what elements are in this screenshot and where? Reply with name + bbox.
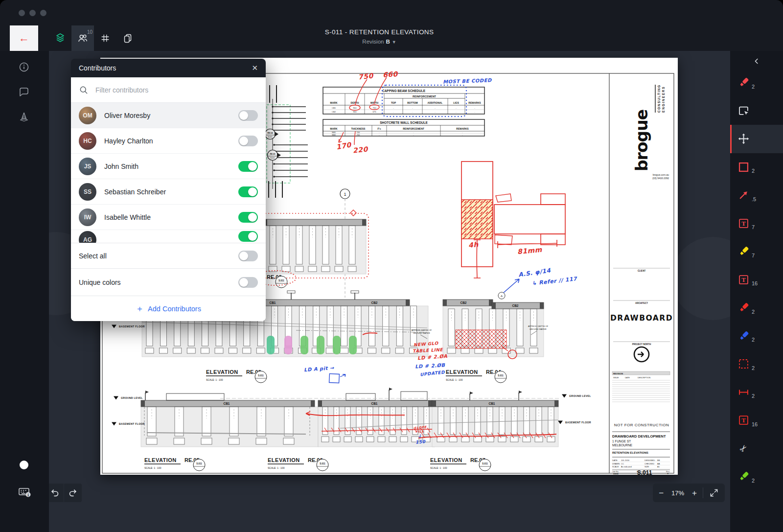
svg-text:As indicated: As indicated <box>621 465 632 468</box>
tool-arrow-red[interactable]: .5 <box>730 181 783 209</box>
svg-text:DEPTH: DEPTH <box>351 101 359 104</box>
svg-text:REMARKS: REMARKS <box>468 101 481 104</box>
unique-colors-row: Unique colors <box>71 268 266 296</box>
tool-pen-blue[interactable]: 2 <box>730 322 783 350</box>
window-dot[interactable] <box>29 10 36 16</box>
svg-text:AA: AA <box>657 463 660 465</box>
filter-contributors-input[interactable] <box>94 86 258 94</box>
contributor-visibility-toggle[interactable] <box>238 110 258 121</box>
redo-button[interactable] <box>64 484 82 502</box>
svg-text:SCALE: 1 : 100: SCALE: 1 : 100 <box>206 378 223 381</box>
svg-text:150: 150 <box>357 132 360 134</box>
tool-select[interactable] <box>730 97 783 125</box>
svg-text:APPROX. DEPTH OF: APPROX. DEPTH OF <box>528 325 548 327</box>
grid-button[interactable] <box>94 25 116 51</box>
pen-red-2-icon <box>737 301 750 314</box>
zoom-in-button[interactable]: + <box>692 489 697 497</box>
tool-pen-green[interactable]: 2 <box>730 463 783 491</box>
tool-rectangle-dashed-red[interactable]: 2 <box>730 350 783 378</box>
avatar: JS <box>79 158 96 175</box>
contributor-visibility-toggle[interactable] <box>238 161 258 172</box>
contributors-button[interactable]: 10 <box>71 25 94 51</box>
collapse-sidebar-button[interactable] <box>730 54 783 69</box>
annotation-count: 2 <box>752 478 755 484</box>
svg-text:✂: ✂ <box>737 442 750 454</box>
tool-measure-red[interactable]: 2 <box>730 378 783 407</box>
drawing-canvas[interactable]: RE.04S.011RE.05S.0111CAPPING BEAM SCHEDU… <box>49 51 730 532</box>
zoom-out-button[interactable]: − <box>659 489 664 497</box>
avatar: HC <box>79 132 96 150</box>
contributor-visibility-toggle[interactable] <box>238 186 258 197</box>
zoom-level[interactable]: 17% <box>669 489 686 497</box>
window-dot[interactable] <box>40 10 46 16</box>
tool-pen-yellow[interactable]: 7 <box>730 237 783 266</box>
contributor-visibility-toggle[interactable] <box>238 136 258 146</box>
window-controls[interactable] <box>19 10 46 16</box>
svg-text:SIZE:: SIZE: <box>645 465 649 468</box>
svg-text:SCALE: 1 : 100: SCALE: 1 : 100 <box>268 466 285 469</box>
info-button[interactable] <box>18 61 30 73</box>
grid-icon <box>100 33 111 44</box>
color-swatch-button[interactable] <box>20 461 28 469</box>
svg-text:T: T <box>741 416 746 424</box>
annotation-count: 7 <box>752 224 755 230</box>
layers-button[interactable] <box>49 25 71 51</box>
annotation-count: 16 <box>752 421 758 427</box>
undo-button[interactable] <box>49 484 64 502</box>
contributor-row[interactable]: OM Oliver Moresby <box>71 103 266 128</box>
tool-text-red-3[interactable]: T16 <box>730 406 783 435</box>
contributor-row-partial[interactable]: AG <box>71 230 266 243</box>
svg-text:brogue.com.au: brogue.com.au <box>653 173 669 176</box>
svg-text:CLIENT: CLIENT <box>638 270 646 272</box>
svg-text:SCALE:: SCALE: <box>612 465 619 468</box>
svg-text:-: - <box>667 470 668 475</box>
pages-button[interactable] <box>116 25 139 51</box>
tool-text-red[interactable]: T7 <box>730 209 783 238</box>
svg-text:BASEMENT FLOOR: BASEMENT FLOOR <box>119 325 145 328</box>
add-contributors-button[interactable]: ＋ Add Contributors <box>71 296 266 321</box>
svg-text:THICKNESS: THICKNESS <box>351 127 366 130</box>
svg-text:ELEVATION: ELEVATION <box>206 369 238 375</box>
svg-text:SW1: SW1 <box>332 132 336 134</box>
annotation-count: 2 <box>752 393 755 399</box>
keyboard-shortcuts-button[interactable]: i <box>18 486 29 497</box>
avatar: IW <box>79 208 96 226</box>
fullscreen-icon[interactable] <box>709 488 719 498</box>
contributor-row[interactable]: SS Sebastian Schreiber <box>71 179 266 205</box>
unique-colors-toggle[interactable] <box>238 277 258 288</box>
window-dot[interactable] <box>19 10 25 16</box>
tool-rectangle-red[interactable]: 2 <box>730 153 783 182</box>
back-button[interactable]: ← <box>10 25 38 51</box>
issues-button[interactable] <box>18 111 30 122</box>
contributor-visibility-toggle[interactable] <box>238 212 258 223</box>
contributors-panel: Contributors ✕ OM Oliver Moresby HC Hayl… <box>71 59 266 321</box>
contributor-row[interactable]: HC Hayley Charlton <box>71 128 266 154</box>
tool-pen-red-2[interactable]: 2 <box>730 294 783 322</box>
tool-scissors[interactable]: ✂ <box>730 435 783 463</box>
revision-value: B <box>386 39 390 45</box>
svg-text:750: 750 <box>373 107 377 109</box>
svg-text:ADDITIONAL: ADDITIONAL <box>428 101 443 104</box>
left-sidebar: i <box>0 51 49 532</box>
comments-button[interactable] <box>18 86 30 98</box>
svg-text:GROUND WATER: GROUND WATER <box>530 328 546 330</box>
revision-selector[interactable]: RevisionB▼ <box>264 39 494 45</box>
scissors-icon: ✂ <box>737 442 750 455</box>
contributor-row[interactable]: JS John Smith <box>71 154 266 179</box>
svg-text:CB2: CB2 <box>460 301 466 304</box>
annotation-count: 2 <box>752 337 755 343</box>
svg-text:RETENTION ELEVATIONS: RETENTION ELEVATIONS <box>612 451 648 454</box>
annotation-count: 2 <box>752 84 755 90</box>
tool-pen-red[interactable]: 2 <box>730 69 783 97</box>
contributor-visibility-toggle[interactable] <box>238 231 258 242</box>
back-arrow-icon: ← <box>19 32 29 45</box>
close-icon[interactable]: ✕ <box>252 64 258 72</box>
svg-text:250: 250 <box>357 134 360 136</box>
pen-yellow-icon <box>737 245 750 258</box>
svg-text:S.011: S.011 <box>637 469 652 475</box>
tool-text-red-2[interactable]: T16 <box>730 266 783 294</box>
contributor-row[interactable]: IW Isabelle Whittle <box>71 205 266 230</box>
tool-move[interactable] <box>730 125 783 153</box>
select-all-toggle[interactable] <box>238 251 258 261</box>
contributor-filter[interactable] <box>71 77 266 103</box>
